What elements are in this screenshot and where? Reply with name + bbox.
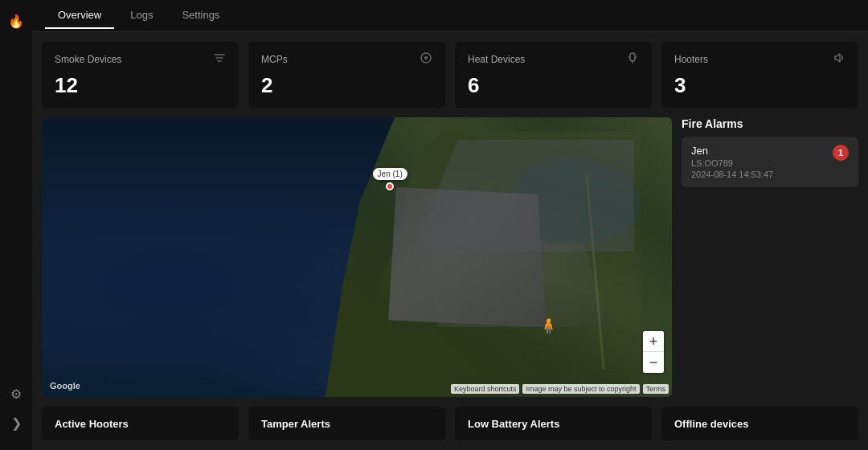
mcp-icon — [420, 51, 432, 67]
stats-row: Smoke Devices 12 MCPs — [42, 42, 858, 108]
heat-icon — [626, 51, 639, 67]
svg-point-1 — [424, 56, 428, 59]
tamper-alerts-label: Tamper Alerts — [261, 418, 330, 430]
fire-alarms-panel: Fire Alarms Jen LS:OO789 2024-08-14 14:5… — [682, 117, 858, 397]
tab-overview[interactable]: Overview — [45, 2, 114, 29]
keyboard-shortcuts-badge[interactable]: Keyboard shortcuts — [451, 384, 520, 394]
heat-devices-value: 6 — [468, 73, 639, 98]
middle-row: Jen (1) 🧍 Google + − Keyboard shortcut — [42, 117, 858, 397]
svg-rect-2 — [630, 53, 635, 61]
tab-settings[interactable]: Settings — [169, 2, 232, 29]
hooters-label: Hooters — [674, 54, 708, 65]
heat-devices-label: Heat Devices — [468, 54, 525, 65]
active-hooters-section: Active Hooters — [42, 407, 239, 440]
low-battery-section: Low Battery Alerts — [455, 407, 652, 440]
map-zoom-controls: + − — [643, 331, 664, 373]
main-content: Overview Logs Settings Smoke Devices 12 — [32, 0, 868, 450]
map-container[interactable]: Jen (1) 🧍 Google + − Keyboard shortcut — [42, 117, 672, 397]
fire-alarms-title: Fire Alarms — [682, 117, 858, 130]
alarm-time-jen: 2024-08-14 14:53:47 — [691, 170, 773, 179]
chevron-right-icon[interactable]: ❯ — [5, 411, 27, 434]
tab-logs[interactable]: Logs — [117, 2, 166, 29]
map-marker[interactable]: Jen (1) — [373, 168, 407, 190]
alarm-card-jen[interactable]: Jen LS:OO789 2024-08-14 14:53:47 1 — [682, 137, 858, 187]
terms-badge[interactable]: Terms — [643, 384, 669, 394]
map-marker-label: Jen (1) — [373, 168, 407, 180]
zoom-in-button[interactable]: + — [643, 331, 664, 352]
content-area: Smoke Devices 12 MCPs — [32, 32, 868, 450]
tab-bar: Overview Logs Settings — [32, 0, 868, 32]
map-attribution: Keyboard shortcuts Image may be subject … — [451, 384, 669, 394]
map-marker-dot — [386, 182, 394, 190]
smoke-devices-value: 12 — [55, 73, 226, 98]
hooters-speaker-icon — [833, 51, 845, 67]
stat-heat-devices: Heat Devices 6 — [455, 42, 652, 108]
alarm-info-jen: Jen LS:OO789 2024-08-14 14:53:47 — [691, 145, 773, 179]
sidebar: 🔥 ⚙ ❯ — [0, 0, 32, 450]
bottom-row: Active Hooters Tamper Alerts Low Battery… — [42, 407, 858, 440]
settings-icon[interactable]: ⚙ — [5, 382, 27, 405]
hooters-value: 3 — [674, 73, 845, 98]
tamper-alerts-section: Tamper Alerts — [248, 407, 445, 440]
low-battery-label: Low Battery Alerts — [468, 418, 559, 430]
zoom-out-button[interactable]: − — [643, 352, 664, 373]
stat-mcps: MCPs 2 — [248, 42, 445, 108]
map-canvas[interactable]: Jen (1) 🧍 Google + − Keyboard shortcut — [42, 117, 672, 397]
active-hooters-label: Active Hooters — [55, 418, 129, 430]
alarm-name-jen: Jen — [691, 145, 773, 157]
stat-hooters: Hooters 3 — [661, 42, 858, 108]
offline-devices-label: Offline devices — [674, 418, 748, 430]
smoke-devices-label: Smoke Devices — [55, 54, 121, 65]
map-background — [42, 117, 672, 397]
offline-devices-section: Offline devices — [661, 407, 858, 440]
smoke-filter-icon — [213, 51, 226, 67]
stat-smoke-devices: Smoke Devices 12 — [42, 42, 239, 108]
mcps-value: 2 — [261, 73, 432, 98]
alarm-id-jen: LS:OO789 — [691, 158, 773, 168]
mcps-label: MCPs — [261, 54, 288, 65]
google-watermark: Google — [50, 381, 80, 391]
alarm-count-badge: 1 — [833, 145, 849, 161]
copyright-badge: Image may be subject to copyright — [522, 384, 639, 394]
flame-icon[interactable]: 🔥 — [5, 10, 27, 32]
map-person-icon: 🧍 — [538, 316, 559, 335]
